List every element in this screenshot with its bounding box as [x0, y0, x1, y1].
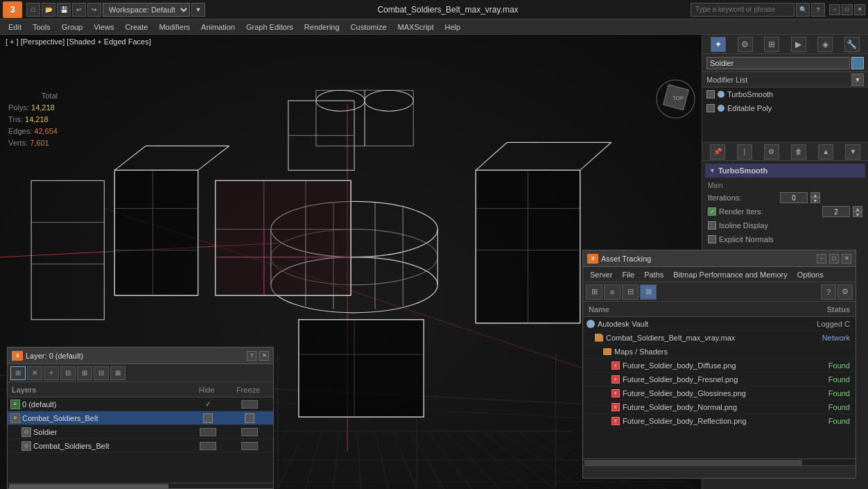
create-tab[interactable]: ✦ — [711, 37, 726, 52]
iterations-up[interactable]: ▲ — [810, 192, 820, 198]
isoline-checkbox[interactable] — [708, 221, 716, 230]
move-up-btn[interactable]: ▲ — [818, 144, 833, 160]
asset-row-4[interactable]: F Future_Soldier_body_Fresnel.png Found — [583, 372, 856, 386]
layer-scrollbar[interactable] — [8, 483, 273, 488]
layer-hide-0[interactable]: ✓ — [187, 400, 229, 408]
asset-minimize-btn[interactable]: − — [817, 254, 826, 264]
layer-freeze-1[interactable] — [229, 413, 270, 423]
layer-freeze-2[interactable] — [229, 428, 270, 436]
layer-add-btn[interactable]: + — [44, 366, 59, 380]
hierarchy-tab[interactable]: ⊞ — [764, 37, 779, 52]
search-input[interactable] — [691, 3, 795, 17]
asset-close-btn[interactable]: ✕ — [842, 254, 851, 264]
open-btn[interactable]: 📂 — [42, 3, 55, 17]
layer-hide-2[interactable] — [187, 428, 229, 436]
menu-views[interactable]: Views — [88, 22, 119, 33]
editablepoly-checkbox[interactable] — [706, 104, 715, 112]
minimize-btn[interactable]: − — [829, 4, 840, 15]
explicit-normals-checkbox[interactable] — [708, 235, 716, 243]
asset-maximize-btn[interactable]: □ — [829, 254, 839, 264]
new-btn[interactable]: □ — [26, 3, 40, 17]
asset-menu-server[interactable]: Server — [586, 269, 616, 280]
asset-row-7[interactable]: F Future_Soldier_body_Reflection.png Fou… — [583, 414, 856, 428]
layer-create-btn[interactable]: ⊞ — [10, 366, 26, 380]
menu-graph-editors[interactable]: Graph Editors — [241, 22, 299, 33]
asset-row-5[interactable]: F Future_Soldier_body_Glossines.png Foun… — [583, 386, 856, 400]
layer-btn5[interactable]: ⊞ — [77, 366, 92, 380]
render-iters-up[interactable]: ▲ — [853, 206, 862, 212]
layer-row-0[interactable]: ≡ 0 (default) ✓ — [8, 397, 273, 411]
menu-modifiers[interactable]: Modifiers — [153, 22, 196, 33]
asset-tb-help[interactable]: ? — [821, 284, 836, 300]
object-name-input[interactable] — [706, 57, 850, 69]
layer-scrollbar-track[interactable] — [9, 484, 168, 488]
menu-tools[interactable]: Tools — [27, 22, 56, 33]
close-btn[interactable]: ✕ — [854, 4, 865, 15]
asset-row-3[interactable]: F Future_Soldier_body_Diffuse.png Found — [583, 359, 856, 372]
menu-customize[interactable]: Customize — [345, 22, 392, 33]
render-iters-down[interactable]: ▼ — [853, 212, 862, 217]
menu-animation[interactable]: Animation — [196, 22, 241, 33]
asset-menu-file[interactable]: File — [618, 269, 639, 280]
asset-row-2[interactable]: Maps / Shaders — [583, 345, 856, 359]
pin-stack-btn[interactable]: 📌 — [710, 144, 725, 160]
iterations-down[interactable]: ▼ — [810, 198, 820, 203]
display-tab[interactable]: ◈ — [817, 37, 833, 52]
modifier-turbosmooth[interactable]: TurboSmooth — [702, 87, 868, 101]
asset-scrollbar[interactable] — [583, 458, 856, 465]
remove-modifier-btn[interactable]: 🗑 — [791, 144, 806, 160]
asset-tb-3[interactable]: ⊟ — [622, 284, 639, 300]
layer-row-1[interactable]: ≡ Combat_Soldiers_Belt — [8, 411, 273, 425]
menu-maxscript[interactable]: MAXScript — [392, 22, 440, 33]
layer-row-3[interactable]: ◇ Combat_Soldiers_Belt — [8, 439, 273, 453]
save-btn[interactable]: 💾 — [57, 3, 71, 17]
menu-edit[interactable]: Edit — [3, 22, 27, 33]
asset-tb-2[interactable]: ≡ — [604, 284, 620, 300]
modifier-list-dropdown[interactable]: ▼ — [851, 74, 864, 86]
motion-tab[interactable]: ▶ — [791, 37, 806, 52]
workspace-dropdown[interactable]: ▼ — [191, 3, 205, 17]
layer-hide-3[interactable] — [187, 442, 229, 450]
menu-help[interactable]: Help — [440, 22, 467, 33]
layer-btn7[interactable]: ⊠ — [110, 366, 125, 380]
modify-tab[interactable]: ⚙ — [738, 37, 753, 52]
iterations-input[interactable] — [780, 192, 808, 203]
asset-tb-1[interactable]: ⊞ — [586, 284, 602, 300]
asset-menu-paths[interactable]: Paths — [640, 269, 668, 280]
workspace-selector[interactable]: Workspace: Default — [103, 3, 190, 17]
asset-menu-bitmap[interactable]: Bitmap Performance and Memory — [669, 269, 791, 280]
layer-btn6[interactable]: ⊟ — [94, 366, 109, 380]
layer-panel-help[interactable]: ? — [247, 351, 257, 361]
asset-row-1[interactable]: Combat_Soldiers_Belt_max_vray.max Networ… — [583, 331, 856, 345]
undo-btn[interactable]: ↩ — [72, 3, 86, 17]
layer-delete-btn[interactable]: ✕ — [27, 366, 42, 380]
render-iters-checkbox[interactable]: ✓ — [708, 207, 716, 216]
modifier-editablepoly[interactable]: Editable Poly — [702, 101, 868, 115]
edit-modifier-btn[interactable]: | — [737, 144, 752, 160]
menu-create[interactable]: Create — [119, 22, 153, 33]
asset-tb-settings[interactable]: ⚙ — [837, 284, 853, 300]
layer-freeze-3[interactable] — [229, 442, 270, 450]
object-color-btn[interactable] — [851, 57, 864, 69]
asset-scrollbar-track[interactable] — [584, 460, 802, 465]
layer-row-2[interactable]: ◇ Soldier — [8, 425, 273, 439]
asset-menu-options[interactable]: Options — [793, 269, 828, 280]
help-btn[interactable]: ? — [811, 3, 825, 17]
asset-row-0[interactable]: Autodesk Vault Logged C — [583, 317, 856, 331]
configure-btn[interactable]: ⚙ — [764, 144, 779, 160]
redo-btn[interactable]: ↪ — [87, 3, 101, 17]
layer-panel-close[interactable]: ✕ — [259, 351, 269, 361]
layer-hide-1[interactable] — [187, 413, 229, 423]
utilities-tab[interactable]: 🔧 — [844, 37, 860, 52]
move-down-btn[interactable]: ▼ — [845, 144, 860, 160]
search-btn[interactable]: 🔍 — [796, 3, 810, 17]
asset-tb-4[interactable]: ⊠ — [640, 284, 657, 300]
menu-rendering[interactable]: Rendering — [299, 22, 345, 33]
menu-group[interactable]: Group — [56, 22, 89, 33]
asset-row-6[interactable]: F Future_Soldier_body_Normal.png Found — [583, 400, 856, 414]
maximize-btn[interactable]: □ — [842, 4, 853, 15]
render-iters-input[interactable] — [822, 206, 850, 217]
turbosmooth-checkbox[interactable] — [706, 90, 715, 98]
layer-freeze-0[interactable] — [229, 400, 270, 409]
layer-btn4[interactable]: ⊟ — [60, 366, 76, 380]
